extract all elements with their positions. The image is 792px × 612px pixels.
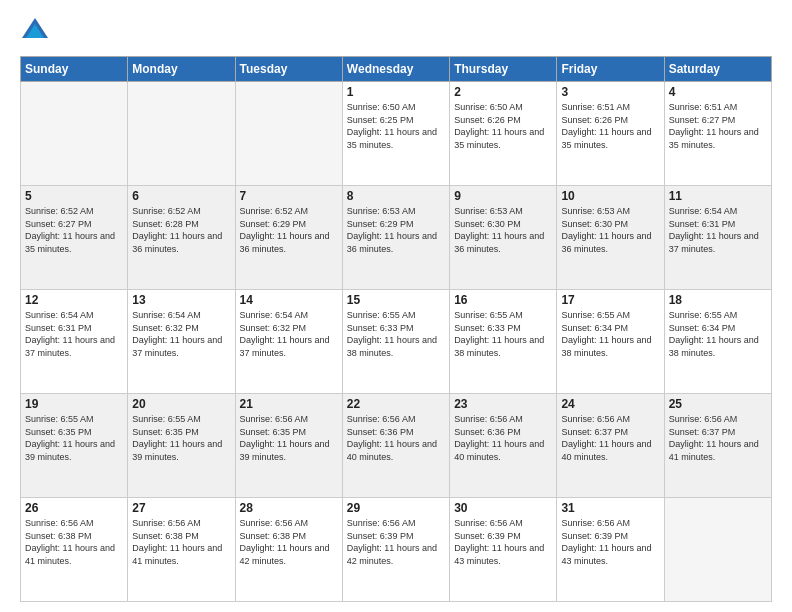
calendar-cell: 26Sunrise: 6:56 AMSunset: 6:38 PMDayligh… (21, 498, 128, 602)
day-number: 14 (240, 293, 338, 307)
day-info: Sunrise: 6:56 AMSunset: 6:37 PMDaylight:… (561, 413, 659, 463)
day-info: Sunrise: 6:56 AMSunset: 6:39 PMDaylight:… (347, 517, 445, 567)
day-info: Sunrise: 6:52 AMSunset: 6:28 PMDaylight:… (132, 205, 230, 255)
calendar-cell: 1Sunrise: 6:50 AMSunset: 6:25 PMDaylight… (342, 82, 449, 186)
calendar-table: SundayMondayTuesdayWednesdayThursdayFrid… (20, 56, 772, 602)
day-number: 3 (561, 85, 659, 99)
weekday-header-row: SundayMondayTuesdayWednesdayThursdayFrid… (21, 57, 772, 82)
weekday-header-friday: Friday (557, 57, 664, 82)
day-number: 26 (25, 501, 123, 515)
day-number: 31 (561, 501, 659, 515)
calendar-cell (664, 498, 771, 602)
day-number: 23 (454, 397, 552, 411)
day-number: 9 (454, 189, 552, 203)
calendar-cell: 7Sunrise: 6:52 AMSunset: 6:29 PMDaylight… (235, 186, 342, 290)
day-number: 13 (132, 293, 230, 307)
page: SundayMondayTuesdayWednesdayThursdayFrid… (0, 0, 792, 612)
day-info: Sunrise: 6:56 AMSunset: 6:38 PMDaylight:… (240, 517, 338, 567)
day-info: Sunrise: 6:52 AMSunset: 6:29 PMDaylight:… (240, 205, 338, 255)
day-info: Sunrise: 6:55 AMSunset: 6:34 PMDaylight:… (669, 309, 767, 359)
day-info: Sunrise: 6:53 AMSunset: 6:29 PMDaylight:… (347, 205, 445, 255)
calendar-cell: 14Sunrise: 6:54 AMSunset: 6:32 PMDayligh… (235, 290, 342, 394)
day-number: 25 (669, 397, 767, 411)
weekday-header-sunday: Sunday (21, 57, 128, 82)
calendar-cell: 3Sunrise: 6:51 AMSunset: 6:26 PMDaylight… (557, 82, 664, 186)
day-number: 24 (561, 397, 659, 411)
day-info: Sunrise: 6:56 AMSunset: 6:39 PMDaylight:… (454, 517, 552, 567)
calendar-cell: 25Sunrise: 6:56 AMSunset: 6:37 PMDayligh… (664, 394, 771, 498)
day-number: 4 (669, 85, 767, 99)
day-number: 17 (561, 293, 659, 307)
day-number: 18 (669, 293, 767, 307)
calendar-cell: 24Sunrise: 6:56 AMSunset: 6:37 PMDayligh… (557, 394, 664, 498)
day-number: 10 (561, 189, 659, 203)
weekday-header-saturday: Saturday (664, 57, 771, 82)
calendar-cell: 23Sunrise: 6:56 AMSunset: 6:36 PMDayligh… (450, 394, 557, 498)
day-info: Sunrise: 6:53 AMSunset: 6:30 PMDaylight:… (454, 205, 552, 255)
day-number: 11 (669, 189, 767, 203)
logo-icon (20, 16, 50, 46)
day-number: 19 (25, 397, 123, 411)
day-number: 22 (347, 397, 445, 411)
calendar-week-row: 19Sunrise: 6:55 AMSunset: 6:35 PMDayligh… (21, 394, 772, 498)
day-number: 21 (240, 397, 338, 411)
weekday-header-wednesday: Wednesday (342, 57, 449, 82)
day-info: Sunrise: 6:54 AMSunset: 6:31 PMDaylight:… (25, 309, 123, 359)
calendar-cell: 21Sunrise: 6:56 AMSunset: 6:35 PMDayligh… (235, 394, 342, 498)
day-info: Sunrise: 6:56 AMSunset: 6:37 PMDaylight:… (669, 413, 767, 463)
calendar-week-row: 26Sunrise: 6:56 AMSunset: 6:38 PMDayligh… (21, 498, 772, 602)
calendar-week-row: 12Sunrise: 6:54 AMSunset: 6:31 PMDayligh… (21, 290, 772, 394)
day-number: 16 (454, 293, 552, 307)
day-number: 27 (132, 501, 230, 515)
calendar-cell: 28Sunrise: 6:56 AMSunset: 6:38 PMDayligh… (235, 498, 342, 602)
day-info: Sunrise: 6:56 AMSunset: 6:38 PMDaylight:… (132, 517, 230, 567)
day-info: Sunrise: 6:51 AMSunset: 6:26 PMDaylight:… (561, 101, 659, 151)
calendar-week-row: 5Sunrise: 6:52 AMSunset: 6:27 PMDaylight… (21, 186, 772, 290)
day-info: Sunrise: 6:53 AMSunset: 6:30 PMDaylight:… (561, 205, 659, 255)
day-info: Sunrise: 6:56 AMSunset: 6:38 PMDaylight:… (25, 517, 123, 567)
calendar-cell: 19Sunrise: 6:55 AMSunset: 6:35 PMDayligh… (21, 394, 128, 498)
calendar-cell: 18Sunrise: 6:55 AMSunset: 6:34 PMDayligh… (664, 290, 771, 394)
day-info: Sunrise: 6:55 AMSunset: 6:35 PMDaylight:… (132, 413, 230, 463)
weekday-header-tuesday: Tuesday (235, 57, 342, 82)
day-info: Sunrise: 6:55 AMSunset: 6:33 PMDaylight:… (347, 309, 445, 359)
calendar-cell: 5Sunrise: 6:52 AMSunset: 6:27 PMDaylight… (21, 186, 128, 290)
day-number: 1 (347, 85, 445, 99)
calendar-cell: 20Sunrise: 6:55 AMSunset: 6:35 PMDayligh… (128, 394, 235, 498)
calendar-cell: 15Sunrise: 6:55 AMSunset: 6:33 PMDayligh… (342, 290, 449, 394)
day-info: Sunrise: 6:50 AMSunset: 6:25 PMDaylight:… (347, 101, 445, 151)
day-number: 5 (25, 189, 123, 203)
weekday-header-thursday: Thursday (450, 57, 557, 82)
day-number: 29 (347, 501, 445, 515)
calendar-cell (235, 82, 342, 186)
day-info: Sunrise: 6:51 AMSunset: 6:27 PMDaylight:… (669, 101, 767, 151)
calendar-cell (21, 82, 128, 186)
calendar-cell: 12Sunrise: 6:54 AMSunset: 6:31 PMDayligh… (21, 290, 128, 394)
day-number: 28 (240, 501, 338, 515)
calendar-cell: 30Sunrise: 6:56 AMSunset: 6:39 PMDayligh… (450, 498, 557, 602)
calendar-cell: 16Sunrise: 6:55 AMSunset: 6:33 PMDayligh… (450, 290, 557, 394)
calendar-cell: 29Sunrise: 6:56 AMSunset: 6:39 PMDayligh… (342, 498, 449, 602)
day-number: 30 (454, 501, 552, 515)
logo (20, 16, 54, 46)
day-info: Sunrise: 6:55 AMSunset: 6:33 PMDaylight:… (454, 309, 552, 359)
calendar-cell: 31Sunrise: 6:56 AMSunset: 6:39 PMDayligh… (557, 498, 664, 602)
calendar-cell: 6Sunrise: 6:52 AMSunset: 6:28 PMDaylight… (128, 186, 235, 290)
day-number: 6 (132, 189, 230, 203)
calendar-cell: 22Sunrise: 6:56 AMSunset: 6:36 PMDayligh… (342, 394, 449, 498)
calendar-cell: 4Sunrise: 6:51 AMSunset: 6:27 PMDaylight… (664, 82, 771, 186)
day-number: 7 (240, 189, 338, 203)
weekday-header-monday: Monday (128, 57, 235, 82)
day-info: Sunrise: 6:56 AMSunset: 6:39 PMDaylight:… (561, 517, 659, 567)
day-info: Sunrise: 6:54 AMSunset: 6:32 PMDaylight:… (240, 309, 338, 359)
day-number: 2 (454, 85, 552, 99)
calendar-cell: 13Sunrise: 6:54 AMSunset: 6:32 PMDayligh… (128, 290, 235, 394)
calendar-week-row: 1Sunrise: 6:50 AMSunset: 6:25 PMDaylight… (21, 82, 772, 186)
day-info: Sunrise: 6:56 AMSunset: 6:36 PMDaylight:… (347, 413, 445, 463)
day-info: Sunrise: 6:56 AMSunset: 6:35 PMDaylight:… (240, 413, 338, 463)
day-info: Sunrise: 6:50 AMSunset: 6:26 PMDaylight:… (454, 101, 552, 151)
calendar-cell: 2Sunrise: 6:50 AMSunset: 6:26 PMDaylight… (450, 82, 557, 186)
day-number: 15 (347, 293, 445, 307)
day-number: 8 (347, 189, 445, 203)
day-info: Sunrise: 6:56 AMSunset: 6:36 PMDaylight:… (454, 413, 552, 463)
